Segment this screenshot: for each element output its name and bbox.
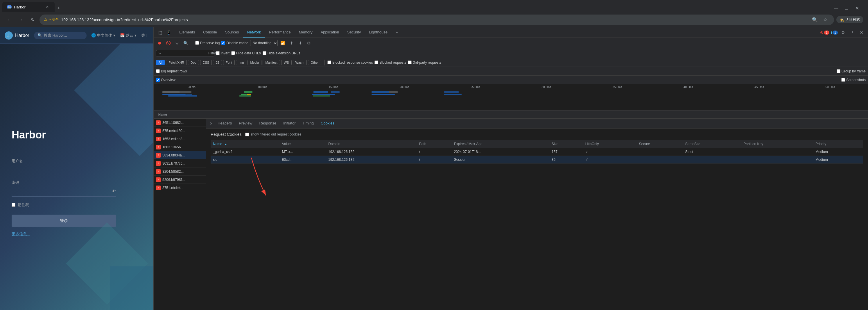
harbor-search[interactable]: 🔍 搜索 Harbor...: [34, 32, 87, 39]
filter-tag-wasm[interactable]: Wasm: [293, 60, 307, 65]
wifi-icon[interactable]: 📶: [279, 39, 286, 47]
tab-timing[interactable]: Timing: [299, 119, 317, 128]
file-item[interactable]: ! 3751.cbde4...: [154, 184, 206, 192]
tab-more[interactable]: »: [392, 27, 402, 37]
blocked-requests-input[interactable]: [374, 60, 378, 64]
file-item-selected[interactable]: ! 5834.0f034a...: [154, 151, 206, 159]
search-network-button[interactable]: 🔍: [182, 39, 189, 47]
overview-checkbox[interactable]: Overview: [156, 78, 176, 82]
file-item[interactable]: ! 3204.58582...: [154, 168, 206, 176]
tab-preview[interactable]: Preview: [235, 119, 256, 128]
tab-cookies[interactable]: Cookies: [317, 119, 338, 128]
default-button[interactable]: 📅 默认 ▾: [120, 33, 136, 38]
reload-button[interactable]: ↻: [28, 15, 37, 24]
minimize-button[interactable]: —: [832, 4, 840, 12]
filter-input-container[interactable]: ▽ Filter: [156, 50, 214, 56]
filter-icon-btn[interactable]: ▽: [174, 39, 180, 47]
incognito-button[interactable]: 🕵 无痕模式: [836, 16, 863, 23]
invert-input[interactable]: [216, 51, 220, 55]
new-tab-button[interactable]: +: [55, 4, 63, 12]
throttle-select[interactable]: No throttling: [250, 40, 278, 46]
address-bar[interactable]: ⚠ 不安全 192.168.126.132/account/sign-in?re…: [39, 15, 834, 25]
filter-tag-js[interactable]: JS: [213, 60, 222, 65]
big-rows-input[interactable]: [156, 69, 160, 73]
tab-security[interactable]: Security: [343, 27, 365, 37]
th-cookie-expires[interactable]: Expires / Max-Age: [452, 140, 549, 148]
filter-tag-manifest[interactable]: Manifest: [262, 60, 280, 65]
bookmark-icon[interactable]: ☆: [821, 16, 829, 24]
th-name[interactable]: Name ↑: [156, 113, 208, 116]
blocked-cookies-input[interactable]: [328, 60, 331, 64]
tab-lighthouse[interactable]: Lighthouse: [365, 27, 392, 37]
filter-tag-other[interactable]: Other: [308, 60, 321, 65]
th-cookie-partition[interactable]: Partition Key: [741, 140, 813, 148]
hide-data-urls-checkbox[interactable]: Hide data URLs: [231, 51, 261, 55]
cookie-row-sid[interactable]: sid 60cd... 192.168.126.132 / Session 35…: [211, 156, 863, 164]
forward-button[interactable]: →: [16, 15, 26, 24]
file-item[interactable]: ! 1653.cc1ae3...: [154, 135, 206, 143]
tab-sources[interactable]: Sources: [221, 27, 243, 37]
third-party-checkbox[interactable]: 3rd-party requests: [408, 60, 441, 64]
username-input[interactable]: [11, 165, 116, 174]
overview-input[interactable]: [156, 78, 160, 82]
group-by-frame-input[interactable]: [837, 69, 840, 73]
big-rows-checkbox[interactable]: Big request rows: [156, 69, 187, 73]
blocked-cookies-checkbox[interactable]: Blocked response cookies: [328, 60, 373, 64]
th-cookie-domain[interactable]: Domain: [326, 140, 417, 148]
preserve-log-input[interactable]: [195, 41, 199, 45]
file-item[interactable]: ! 1683.13656...: [154, 143, 206, 151]
th-cookie-samesite[interactable]: SameSite: [683, 140, 741, 148]
tab-response[interactable]: Response: [256, 119, 280, 128]
filter-tag-img[interactable]: Img: [236, 60, 246, 65]
preserve-log-checkbox[interactable]: Preserve log: [195, 41, 220, 45]
tab-headers[interactable]: Headers: [214, 119, 235, 128]
show-filtered-input[interactable]: [245, 133, 249, 136]
download-icon[interactable]: ⬇: [297, 39, 304, 47]
close-detail-button[interactable]: ✕: [208, 121, 214, 126]
th-cookie-path[interactable]: Path: [417, 140, 452, 148]
upload-icon[interactable]: ⬆: [288, 39, 295, 47]
th-cookie-secure[interactable]: Secure: [637, 140, 683, 148]
settings-icon[interactable]: ⚙: [839, 28, 847, 37]
hide-ext-urls-input[interactable]: [262, 51, 267, 55]
cookie-row-gorilla[interactable]: _gorilla_csrf MTcx... 192.168.126.132 / …: [211, 148, 863, 156]
tab-performance[interactable]: Performance: [265, 27, 294, 37]
third-party-input[interactable]: [408, 60, 412, 64]
filter-tag-doc[interactable]: Doc: [188, 60, 199, 65]
disable-cache-checkbox[interactable]: Disable cache: [221, 41, 248, 45]
show-filtered-checkbox[interactable]: show filtered out request cookies: [245, 132, 302, 136]
screenshots-checkbox[interactable]: Screenshots: [841, 78, 866, 82]
about-button[interactable]: 关于: [141, 33, 149, 38]
hide-data-urls-input[interactable]: [231, 51, 235, 55]
more-options-icon[interactable]: ⋮: [848, 28, 857, 37]
remember-checkbox[interactable]: [11, 203, 16, 207]
clear-button[interactable]: 🚫: [165, 39, 172, 47]
active-tab[interactable]: 🚢 Harbor ✕: [2, 2, 55, 12]
filter-tag-css[interactable]: CSS: [200, 60, 212, 65]
settings-network-icon[interactable]: ⚙: [306, 39, 313, 47]
filter-tag-ws[interactable]: WS: [281, 60, 292, 65]
th-cookie-value[interactable]: Value: [280, 140, 326, 148]
filter-input[interactable]: [163, 51, 207, 55]
file-item[interactable]: ! 575.cebc430...: [154, 127, 206, 135]
disable-cache-input[interactable]: [221, 41, 225, 45]
invert-checkbox[interactable]: Invert: [216, 51, 229, 55]
tab-close-button[interactable]: ✕: [45, 4, 50, 9]
eye-icon[interactable]: 👁: [112, 189, 116, 194]
devtools-inspect-icon[interactable]: ⬚: [156, 28, 164, 37]
filter-tag-fetch-xhr[interactable]: Fetch/XHR: [166, 60, 187, 65]
th-cookie-priority[interactable]: Priority: [813, 140, 863, 148]
tab-application[interactable]: Application: [317, 27, 343, 37]
tab-network[interactable]: Network: [243, 27, 265, 37]
maximize-button[interactable]: □: [842, 4, 850, 12]
tab-memory[interactable]: Memory: [295, 27, 317, 37]
record-button[interactable]: ⏺: [156, 39, 163, 47]
tab-console[interactable]: Console: [199, 27, 221, 37]
hide-ext-urls-checkbox[interactable]: Hide extension URLs: [262, 51, 300, 55]
tab-elements[interactable]: Elements: [175, 27, 199, 37]
file-item[interactable]: ! 3031.b707cc...: [154, 159, 206, 168]
file-item[interactable]: ! 3651.10682...: [154, 119, 206, 127]
th-cookie-name[interactable]: Name ▲: [211, 140, 280, 148]
back-button[interactable]: ←: [5, 15, 14, 24]
search-icon[interactable]: 🔍: [811, 16, 819, 24]
